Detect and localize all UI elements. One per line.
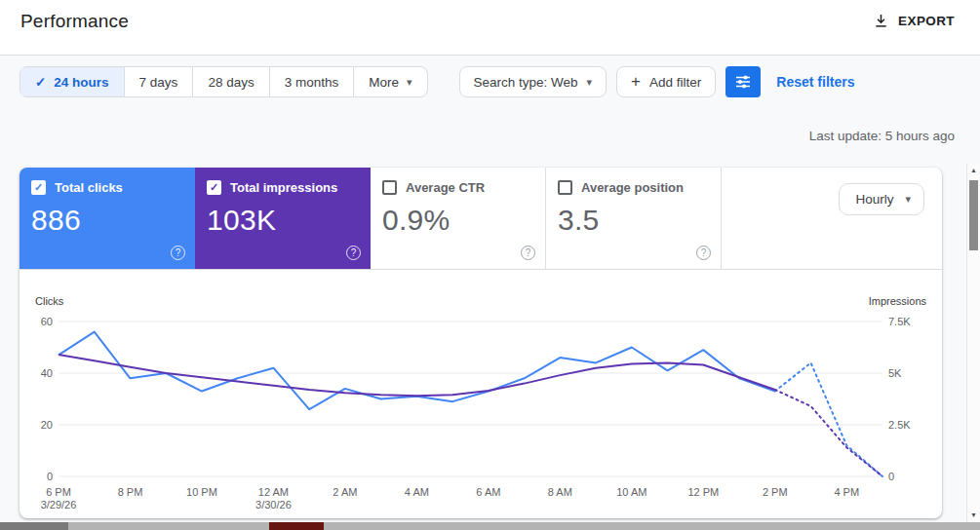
svg-text:40: 40 [41,367,53,379]
tab-28-days[interactable]: 28 days [192,67,268,96]
svg-text:6 PM: 6 PM [46,486,71,498]
svg-text:7.5K: 7.5K [888,316,911,327]
reset-filters-link[interactable]: Reset filters [776,74,854,90]
export-label: EXPORT [898,14,955,28]
add-filter-chip[interactable]: + Add filter [616,66,716,97]
metric-value: 3.5 [558,204,709,237]
line-chart: 00202.5K405K607.5KClicksImpressions6 PM3… [20,275,942,513]
search-type-chip[interactable]: Search type: Web ▾ [459,66,608,97]
metric-card-average-ctr[interactable]: Average CTR 0.9% ? [371,168,546,269]
tab-label: 7 days [139,75,178,90]
performance-chart: 00202.5K405K607.5KClicksImpressions6 PM3… [20,275,942,513]
filter-toolbar: ✓ 24 hours 7 days 28 days 3 months More … [20,66,854,97]
svg-text:12 PM: 12 PM [687,486,719,498]
tab-3-months[interactable]: 3 months [269,67,354,96]
svg-text:8 AM: 8 AM [548,486,572,498]
granularity-dropdown[interactable]: Hourly ▾ [839,183,924,215]
metric-value: 103K [207,204,359,237]
svg-text:60: 60 [41,316,53,327]
svg-text:Clicks: Clicks [35,295,64,307]
metric-cards: ✓ Total clicks 886 ? ✓ Total impressions… [20,168,942,270]
svg-text:12 AM: 12 AM [258,486,289,498]
date-range-tabs: ✓ 24 hours 7 days 28 days 3 months More … [20,66,428,97]
tab-more[interactable]: More ▾ [353,67,426,96]
bottom-edge-dark-segment [0,522,68,530]
help-icon[interactable]: ? [521,246,535,260]
svg-text:6 AM: 6 AM [476,486,500,498]
bottom-edge-red-segment [269,522,324,530]
svg-text:5K: 5K [888,367,902,379]
plus-icon: + [631,73,641,90]
add-filter-label: Add filter [649,75,701,90]
tab-label: More [369,75,399,90]
tab-label: 3 months [285,75,339,90]
chevron-down-icon: ▾ [587,77,593,88]
svg-text:10 PM: 10 PM [186,486,217,498]
checkbox-icon[interactable]: ✓ [31,180,46,195]
granularity-label: Hourly [855,192,893,207]
svg-text:3/30/26: 3/30/26 [255,499,292,511]
help-icon[interactable]: ? [171,246,185,260]
checkbox-icon[interactable] [382,180,397,195]
metric-label: Total clicks [55,180,123,195]
scrollbar-up-arrow[interactable]: ▲ [967,164,980,177]
bottom-window-edge [0,522,980,530]
tab-label: 24 hours [54,75,108,90]
help-icon[interactable]: ? [696,246,711,260]
metric-label: Total impressions [230,180,337,195]
performance-card: ✓ Total clicks 886 ? ✓ Total impressions… [20,168,942,518]
svg-text:Impressions: Impressions [869,295,927,307]
metric-value: 886 [31,204,183,237]
svg-text:0: 0 [888,471,894,482]
metric-card-average-position[interactable]: Average position 3.5 ? [546,168,722,269]
checkbox-icon[interactable]: ✓ [207,180,221,195]
svg-text:4 AM: 4 AM [405,486,429,498]
metric-value: 0.9% [382,204,533,237]
svg-text:2 AM: 2 AM [333,486,357,498]
svg-text:2 PM: 2 PM [763,486,788,498]
svg-text:0: 0 [47,471,53,482]
tab-label: 28 days [208,75,254,90]
svg-text:8 PM: 8 PM [118,486,143,498]
metric-label: Average position [581,180,684,195]
checkbox-icon[interactable] [558,180,572,195]
filter-settings-button[interactable] [725,66,761,97]
search-type-label: Search type: Web [474,75,578,90]
search-console-performance-page: Performance EXPORT ✓ 24 hours 7 days 28 … [0,0,980,530]
tab-24-hours[interactable]: ✓ 24 hours [20,67,124,96]
export-button[interactable]: EXPORT [873,11,955,31]
download-icon [873,13,889,29]
vertical-scrollbar[interactable]: ▲ ▼ [966,164,980,522]
chevron-down-icon: ▾ [905,194,911,205]
last-update-text: Last update: 5 hours ago [809,129,955,143]
svg-text:3/29/26: 3/29/26 [41,499,77,511]
metric-label: Average CTR [406,180,485,195]
svg-text:10 AM: 10 AM [616,486,647,498]
svg-text:2.5K: 2.5K [888,419,911,431]
scrollbar-down-arrow[interactable]: ▼ [967,509,980,522]
svg-text:4 PM: 4 PM [834,486,859,498]
tune-icon [734,73,752,91]
tab-7-days[interactable]: 7 days [124,67,193,96]
chevron-down-icon: ▾ [407,77,412,88]
top-bar: Performance EXPORT [0,0,980,56]
check-icon: ✓ [35,74,46,90]
scrollbar-thumb[interactable] [969,180,978,250]
svg-text:20: 20 [41,419,53,431]
metric-card-total-clicks[interactable]: ✓ Total clicks 886 ? [20,168,195,269]
page-title: Performance [20,11,129,32]
help-icon[interactable]: ? [346,246,361,260]
metric-card-total-impressions[interactable]: ✓ Total impressions 103K ? [195,168,371,269]
